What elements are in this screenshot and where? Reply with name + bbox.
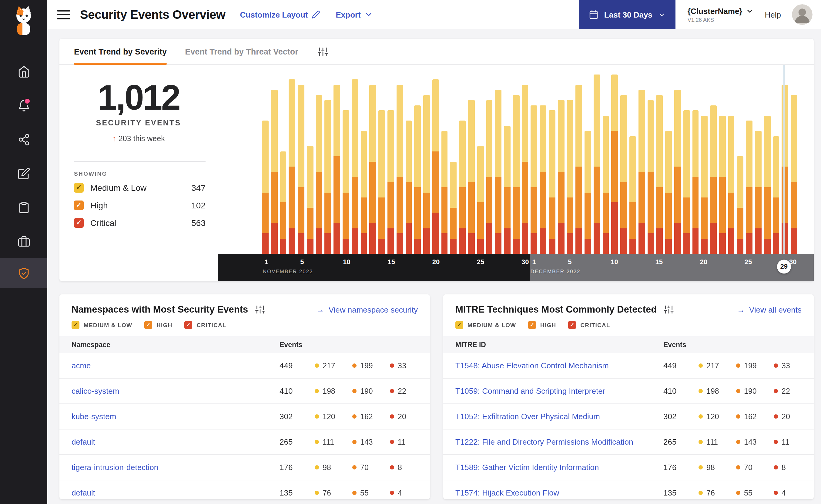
chart-bar[interactable] [558,75,564,254]
row-link[interactable]: tigera-intrusion-detection [71,463,280,472]
chart-bar[interactable] [262,75,269,254]
chart-bar[interactable] [791,75,797,254]
row-link[interactable]: kube-system [71,412,280,421]
chart-bar[interactable] [271,75,278,254]
tab-event-trend-by-threat-vector[interactable]: Event Trend by Threat Vector [185,39,298,64]
chart-bar[interactable] [343,75,349,254]
filter-medium-low[interactable]: ✓MEDIUM & LOW [455,321,516,329]
row-link[interactable]: default [71,488,280,497]
selected-day-badge[interactable]: 29 [777,259,791,273]
chart-settings-sliders-icon[interactable] [318,46,328,57]
calico-cat-logo[interactable] [12,5,36,39]
chart-bar[interactable] [567,75,573,254]
chart-bar[interactable] [307,75,314,254]
chart-bar[interactable] [387,75,394,254]
chart-bar[interactable] [468,75,475,254]
chart-bar[interactable] [719,75,726,254]
chart-bar[interactable] [674,75,681,254]
chart-bar[interactable] [710,75,717,254]
legend-high[interactable]: ✓ High 102 [74,201,206,210]
row-link[interactable]: calico-system [71,386,280,396]
filter-medium-low[interactable]: ✓MEDIUM & LOW [71,321,132,329]
row-link[interactable]: T1548: Abuse Elevation Control Mechanism [455,361,663,370]
chart-bar[interactable] [701,75,708,254]
chart-bar[interactable] [746,75,753,254]
chart-bar[interactable] [450,75,457,254]
chart-bar[interactable] [513,75,520,254]
sidebar-item-home[interactable] [0,55,47,88]
chart-bar[interactable] [782,75,789,254]
customize-layout-button[interactable]: Customize Layout [240,10,320,19]
row-link[interactable]: T1222: File and Directory Permissions Mo… [455,437,663,446]
sidebar-item-alerts[interactable] [0,88,47,122]
chart-bar[interactable] [423,75,430,254]
chart-bar[interactable] [432,75,439,254]
chart-bar[interactable] [531,75,537,254]
chart-bar[interactable] [495,75,502,254]
row-link[interactable]: T1052: Exfiltration Over Physical Medium [455,412,663,421]
sidebar-item-service-graph[interactable] [0,122,47,156]
hamburger-menu-button[interactable] [57,10,70,19]
chart-bar[interactable] [522,75,528,254]
help-link[interactable]: Help [765,10,781,19]
tab-event-trend-by-severity[interactable]: Event Trend by Severity [74,39,167,64]
checkbox-high[interactable]: ✓ [74,201,84,210]
chart-bar[interactable] [630,75,636,254]
chart-bar[interactable] [414,75,421,254]
filter-sliders-icon[interactable] [664,305,674,314]
row-link[interactable]: acme [71,361,280,370]
view-namespace-security-link[interactable]: → View namespace security [317,305,418,314]
chart-bar[interactable] [755,75,762,254]
legend-medium-low[interactable]: ✓ Medium & Low 347 [74,183,206,193]
sidebar-item-compliance[interactable] [0,190,47,224]
chart-bar[interactable] [773,75,779,254]
chart-bar[interactable] [316,75,322,254]
chart-bar[interactable] [665,75,672,254]
chart-bar[interactable] [441,75,448,254]
chart-bar[interactable] [540,75,546,254]
checkbox-medium-low[interactable]: ✓ [455,321,463,329]
row-link[interactable]: T1589: Gather Victim Identity Informatio… [455,463,663,472]
chart-bar[interactable] [361,75,367,254]
row-link[interactable]: default [71,437,280,446]
legend-critical[interactable]: ✓ Critical 563 [74,218,206,228]
chart-bar[interactable] [504,75,510,254]
chart-bar[interactable] [477,75,484,254]
chart-bar[interactable] [764,75,771,254]
checkbox-high[interactable]: ✓ [528,321,536,329]
chart-bar[interactable] [459,75,466,254]
user-avatar[interactable] [792,4,813,25]
sidebar-item-threat-defense[interactable] [0,258,47,288]
filter-high[interactable]: ✓HIGH [144,321,172,329]
chart-bar[interactable] [298,75,304,254]
filter-high[interactable]: ✓HIGH [528,321,556,329]
checkbox-critical[interactable]: ✓ [568,321,576,329]
chart-bar[interactable] [325,75,331,254]
chart-bar[interactable] [486,75,493,254]
chart-bar[interactable] [405,75,412,254]
cluster-selector[interactable]: {ClusterName} V1.26 AKS [688,6,754,23]
sidebar-item-policies[interactable] [0,156,47,190]
chart-bar[interactable] [370,75,376,254]
view-all-events-link[interactable]: → View all events [737,305,802,314]
chart-bar[interactable] [576,75,582,254]
chart-bar[interactable] [378,75,385,254]
chart-bar[interactable] [602,75,609,254]
row-link[interactable]: T1059: Command and Scripting Interpreter [455,386,663,396]
checkbox-medium-low[interactable]: ✓ [74,183,84,193]
chart-bar[interactable] [280,75,287,254]
chart-bar[interactable] [352,75,358,254]
checkbox-high[interactable]: ✓ [144,321,152,329]
row-link[interactable]: T1574: Hijack Execution Flow [455,488,663,497]
chart-bar[interactable] [728,75,735,254]
chart-bar[interactable] [611,75,618,254]
filter-critical[interactable]: ✓CRITICAL [568,321,610,329]
checkbox-critical[interactable]: ✓ [184,321,192,329]
filter-sliders-icon[interactable] [255,305,265,314]
chart-bar[interactable] [737,75,744,254]
chart-bar[interactable] [549,75,555,254]
chart-bar[interactable] [657,75,663,254]
filter-critical[interactable]: ✓CRITICAL [184,321,226,329]
chart-bar[interactable] [334,75,341,254]
checkbox-critical[interactable]: ✓ [74,218,84,228]
